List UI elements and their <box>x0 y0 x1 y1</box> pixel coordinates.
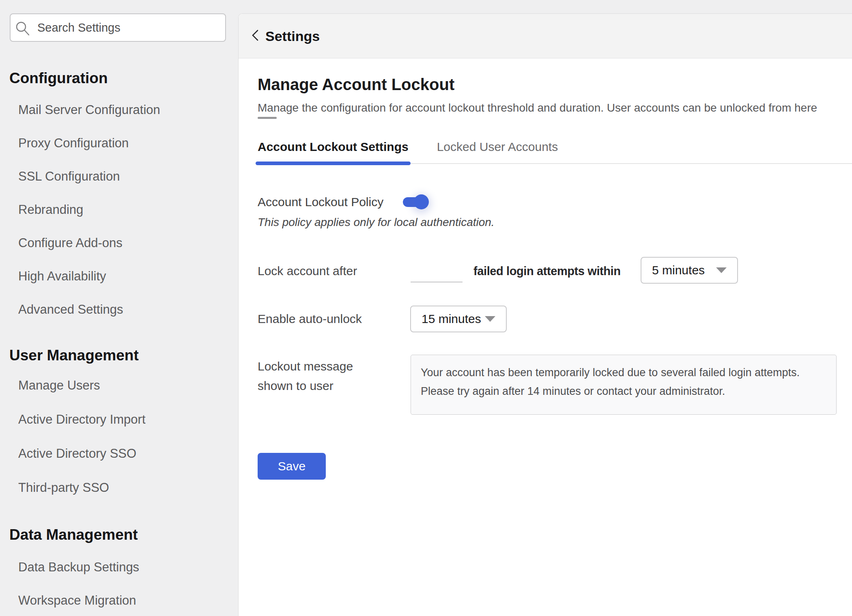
sidebar-item-third-party-sso[interactable]: Third-party SSO <box>18 479 109 497</box>
sidebar-item-configure-add-ons[interactable]: Configure Add-ons <box>18 234 123 252</box>
sidebar-item-active-directory-sso[interactable]: Active Directory SSO <box>18 445 136 463</box>
back-label: Settings <box>265 28 320 44</box>
settings-content-panel: Settings Manage Account Lockout Manage t… <box>238 13 852 616</box>
page-title: Manage Account Lockout <box>258 75 454 94</box>
sidebar-section-title-configuration: Configuration <box>9 69 108 88</box>
save-button[interactable]: Save <box>258 453 326 480</box>
failed-login-attempts-within-label: failed login attempts within <box>473 263 621 279</box>
tab-account-lockout-settings[interactable]: Account Lockout Settings <box>258 139 409 155</box>
settings-screen: Configuration Mail Server Configuration … <box>0 0 852 616</box>
description-accent-bar <box>258 117 277 119</box>
policy-note: This policy applies only for local authe… <box>258 216 495 229</box>
tab-locked-user-accounts[interactable]: Locked User Accounts <box>437 139 558 155</box>
chevron-left-icon <box>250 28 260 45</box>
lockout-message-label: Lockout message shown to user <box>258 357 392 396</box>
lock-account-after-label: Lock account after <box>258 263 357 279</box>
account-lockout-policy-toggle[interactable] <box>403 194 430 209</box>
sidebar-item-advanced-settings[interactable]: Advanced Settings <box>18 301 123 319</box>
page-description: Manage the configuration for account loc… <box>258 101 817 114</box>
auto-unlock-duration-select[interactable]: 15 minutes <box>410 306 507 332</box>
settings-sidebar: Configuration Mail Server Configuration … <box>0 0 238 616</box>
back-to-settings-button[interactable]: Settings <box>250 14 320 58</box>
toggle-knob <box>414 194 429 209</box>
sidebar-section-title-data-management: Data Management <box>9 525 138 545</box>
account-lockout-policy-label: Account Lockout Policy <box>258 194 383 210</box>
chevron-down-icon <box>485 316 495 322</box>
sidebar-item-data-backup-settings[interactable]: Data Backup Settings <box>18 558 139 576</box>
sidebar-item-mail-server-configuration[interactable]: Mail Server Configuration <box>18 101 160 119</box>
sidebar-item-workspace-migration[interactable]: Workspace Migration <box>18 592 136 610</box>
tab-bar: Account Lockout Settings Locked User Acc… <box>258 139 852 164</box>
search-input[interactable] <box>10 13 226 42</box>
failed-attempts-input[interactable] <box>411 266 463 282</box>
sidebar-item-active-directory-import[interactable]: Active Directory Import <box>18 411 146 429</box>
sidebar-item-manage-users[interactable]: Manage Users <box>18 377 100 394</box>
sidebar-item-proxy-configuration[interactable]: Proxy Configuration <box>18 134 129 152</box>
lockout-window-select[interactable]: 5 minutes <box>641 257 738 284</box>
sidebar-item-rebranding[interactable]: Rebranding <box>18 201 83 219</box>
settings-header-bar: Settings <box>239 14 852 58</box>
sidebar-item-ssl-configuration[interactable]: SSL Configuration <box>18 168 120 185</box>
enable-auto-unlock-label: Enable auto-unlock <box>258 311 362 327</box>
lockout-message-textarea[interactable]: Your account has been temporarily locked… <box>411 355 837 415</box>
sidebar-item-high-availability[interactable]: High Availability <box>18 267 106 285</box>
sidebar-section-title-user-management: User Management <box>9 346 139 365</box>
auto-unlock-duration-value: 15 minutes <box>422 312 481 326</box>
lockout-window-value: 5 minutes <box>652 263 705 277</box>
chevron-down-icon <box>716 267 727 273</box>
